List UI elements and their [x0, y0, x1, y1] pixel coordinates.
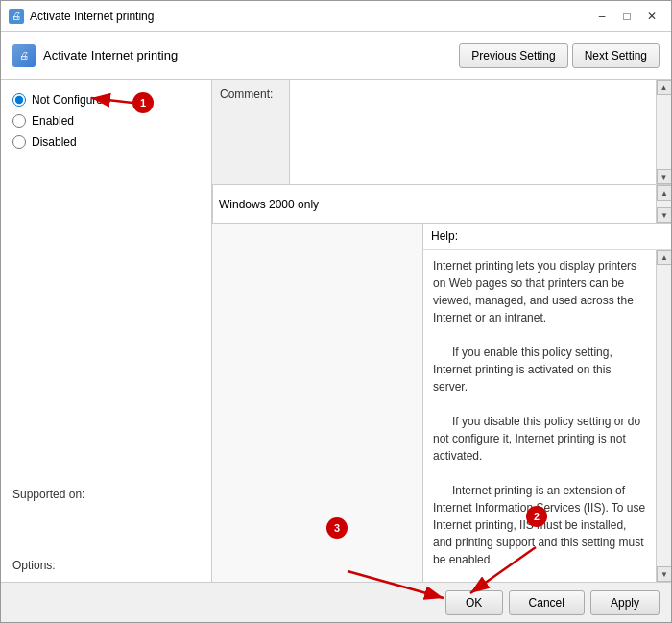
comment-section: Comment: ▲ ▼	[212, 80, 671, 185]
help-header: Help:	[423, 224, 671, 250]
help-scroll-down[interactable]: ▼	[657, 566, 671, 582]
left-panel: Not Configured Enabled Disabled Supporte…	[1, 80, 212, 582]
supported-scrollbar: ▲ ▼	[656, 185, 671, 223]
help-label: Help:	[431, 229, 458, 243]
scroll-up-arrow[interactable]: ▲	[657, 80, 672, 95]
help-content: Internet printing lets you display print…	[423, 250, 656, 582]
header-icon: 🖨	[12, 44, 36, 67]
scroll-down-arrow[interactable]: ▼	[657, 169, 672, 184]
ok-button[interactable]: OK	[445, 590, 503, 615]
maximize-button[interactable]: □	[615, 6, 638, 27]
annotation-3: 3	[326, 517, 348, 539]
options-label: Options:	[12, 559, 200, 572]
lower-area: Help: Internet printing lets you display…	[212, 224, 671, 582]
comment-label: Comment:	[212, 80, 289, 184]
supported-section: Windows 2000 only ▲ ▼	[212, 185, 671, 224]
comment-scrollbar: ▲ ▼	[656, 80, 671, 184]
radio-disabled-label: Disabled	[32, 135, 77, 149]
supported-label: Supported on:	[12, 488, 200, 501]
minimize-button[interactable]: –	[590, 6, 613, 27]
header-title-area: 🖨 Activate Internet printing	[12, 44, 178, 67]
radio-not-configured[interactable]: Not Configured	[12, 93, 200, 107]
radio-enabled[interactable]: Enabled	[12, 114, 200, 128]
supported-value: Windows 2000 only	[212, 185, 656, 223]
apply-button[interactable]: Apply	[590, 590, 660, 615]
previous-setting-button[interactable]: Previous Setting	[459, 43, 567, 68]
next-setting-button[interactable]: Next Setting	[572, 43, 660, 68]
annotation-1: 1	[132, 92, 154, 113]
header-buttons: Previous Setting Next Setting	[459, 43, 660, 68]
close-button[interactable]: ✕	[640, 6, 663, 27]
window-icon: 🖨	[9, 9, 24, 24]
help-scroll-track	[657, 265, 671, 566]
header-title-text: Activate Internet printing	[43, 48, 178, 62]
radio-enabled-label: Enabled	[32, 114, 74, 128]
window-title: Activate Internet printing	[30, 10, 154, 23]
right-panel: Comment: ▲ ▼ Windows 2000 only ▲ ▼	[212, 80, 671, 582]
footer: OK Cancel Apply	[1, 582, 671, 622]
header-bar: 🖨 Activate Internet printing Previous Se…	[1, 32, 671, 80]
cancel-button[interactable]: Cancel	[509, 590, 585, 615]
comment-textarea[interactable]	[289, 80, 656, 184]
radio-disabled-input[interactable]	[12, 135, 26, 149]
help-area: Help: Internet printing lets you display…	[423, 224, 671, 582]
content-area: Not Configured Enabled Disabled Supporte…	[1, 80, 671, 582]
radio-not-configured-input[interactable]	[12, 93, 26, 107]
options-area	[212, 224, 423, 582]
help-scrollbar: ▲ ▼	[656, 250, 671, 582]
title-bar: 🖨 Activate Internet printing – □ ✕	[1, 1, 671, 32]
radio-disabled[interactable]: Disabled	[12, 135, 200, 149]
supported-scroll-up[interactable]: ▲	[657, 185, 671, 201]
radio-group: Not Configured Enabled Disabled	[12, 89, 200, 149]
window-controls: – □ ✕	[590, 6, 663, 27]
supported-scroll-down[interactable]: ▼	[657, 207, 671, 223]
help-scroll-up[interactable]: ▲	[657, 250, 671, 265]
annotation-2: 2	[526, 506, 547, 527]
radio-not-configured-label: Not Configured	[32, 93, 109, 107]
radio-enabled-input[interactable]	[12, 114, 26, 128]
